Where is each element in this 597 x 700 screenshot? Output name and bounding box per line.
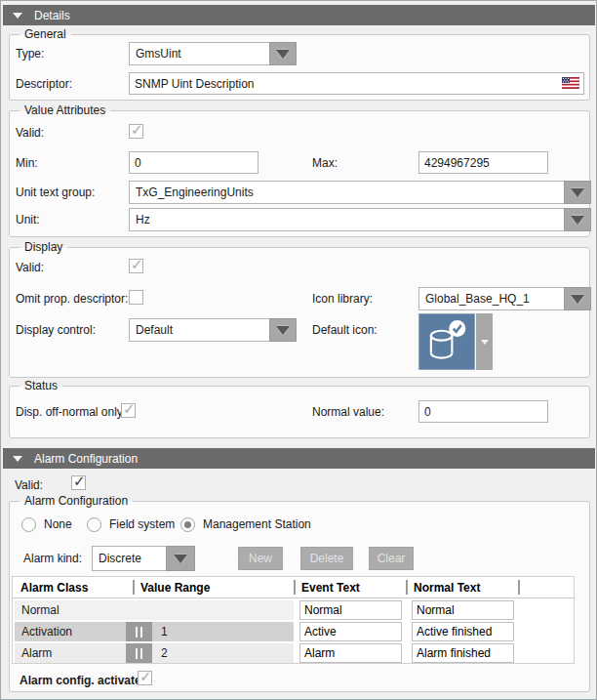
alarm-table: Alarm Class Value Range Event Text Norma…: [12, 576, 575, 664]
alarm-config-activated-checkbox[interactable]: [138, 671, 152, 685]
min-input[interactable]: [129, 151, 259, 174]
details-section-title: Details: [34, 9, 70, 22]
chevron-down-icon: [571, 216, 584, 225]
descriptor-fieldwrap: [129, 72, 584, 95]
icon-library-dropdown[interactable]: Global_Base_HQ_1: [418, 287, 591, 310]
alarm-configuration-section-title: Alarm Configuration: [34, 452, 138, 466]
column-separator[interactable]: [294, 580, 296, 595]
table-row-activation[interactable]: Activation 1: [13, 621, 574, 642]
type-dropdown-button[interactable]: [269, 42, 297, 65]
omit-prop-descriptor-checkbox[interactable]: [129, 290, 143, 305]
alarm-valid-label: Valid:: [15, 478, 43, 492]
alarm-valid-checkbox[interactable]: [71, 475, 86, 490]
display-group: Display Valid: Omit prop. descriptor: Ic…: [9, 247, 590, 378]
normal-text-input[interactable]: [412, 600, 514, 620]
value-range-button[interactable]: [126, 622, 152, 641]
collapse-triangle-icon: [13, 456, 22, 462]
details-panel: Details General Type: GmsUint Descriptor…: [0, 0, 597, 700]
event-text-input[interactable]: [299, 643, 402, 663]
value-attributes-legend: Value Attributes: [20, 103, 110, 117]
type-dropdown[interactable]: GmsUint: [129, 42, 297, 65]
chevron-down-icon: [481, 340, 489, 345]
alarm-kind-dropdown[interactable]: Discrete: [92, 546, 195, 571]
alarm-class-cell: Activation: [21, 625, 72, 638]
display-control-dropdown[interactable]: Default: [129, 318, 297, 342]
descriptor-label: Descriptor:: [16, 77, 72, 91]
unit-text-group-dropdown-button[interactable]: [564, 181, 591, 204]
unit-label: Unit:: [16, 213, 40, 226]
table-row-alarm[interactable]: Alarm 2: [13, 642, 574, 664]
column-header-normal-text: Normal Text: [414, 581, 480, 595]
table-row-normal[interactable]: Normal: [13, 599, 574, 621]
alarm-configuration-group: Alarm Configuration None Field system Ma…: [9, 501, 590, 692]
unit-text-group-dropdown[interactable]: TxG_EngineeringUnits: [129, 181, 591, 204]
display-control-dropdown-button[interactable]: [269, 318, 297, 342]
unit-dropdown-button[interactable]: [564, 208, 591, 231]
column-separator[interactable]: [518, 580, 520, 595]
column-header-value-range: Value Range: [140, 581, 210, 595]
general-group-legend: General: [20, 27, 71, 41]
max-label: Max:: [312, 156, 338, 170]
new-button[interactable]: New: [238, 547, 283, 570]
display-control-label: Display control:: [16, 323, 96, 337]
unit-text-group-label: Unit text group:: [16, 185, 95, 199]
database-check-icon: [421, 316, 472, 367]
alarm-class-cell: Normal: [21, 603, 60, 617]
details-section-header[interactable]: Details: [3, 5, 595, 25]
header-divider: [13, 597, 574, 598]
value-range-button[interactable]: [126, 643, 152, 663]
status-group: Status Disp. off-normal only: Normal val…: [9, 386, 590, 438]
unit-dropdown[interactable]: Hz: [129, 208, 591, 231]
column-separator[interactable]: [406, 580, 408, 595]
event-text-input[interactable]: [299, 622, 402, 641]
alarm-config-activated-label: Alarm config. activated:: [20, 674, 152, 687]
omit-prop-descriptor-label: Omit prop. descriptor:: [16, 292, 128, 306]
normal-value-input[interactable]: [418, 400, 548, 423]
normal-text-input[interactable]: [412, 643, 514, 663]
alarm-kind-dropdown-button[interactable]: [166, 546, 195, 571]
range-bars-icon: [136, 627, 138, 638]
column-separator[interactable]: [133, 580, 135, 595]
row-band[interactable]: [15, 643, 294, 663]
chevron-down-icon: [571, 188, 584, 197]
clear-button[interactable]: Clear: [369, 547, 414, 570]
value-attributes-group: Value Attributes Valid: Min: Max: Unit t…: [9, 110, 590, 237]
type-label: Type:: [16, 47, 44, 61]
column-header-event-text: Event Text: [301, 581, 360, 595]
delete-button[interactable]: Delete: [300, 547, 353, 570]
disp-off-normal-checkbox[interactable]: [121, 403, 136, 418]
radio-icon: [87, 517, 101, 532]
icon-library-value: Global_Base_HQ_1: [418, 287, 564, 310]
column-header-alarm-class: Alarm Class: [20, 581, 88, 595]
us-flag-icon: [562, 77, 579, 89]
normal-text-input[interactable]: [412, 622, 514, 641]
alarm-configuration-section-header[interactable]: Alarm Configuration: [3, 448, 595, 469]
type-dropdown-value: GmsUint: [129, 42, 269, 65]
disp-off-normal-label: Disp. off-normal only:: [16, 405, 126, 419]
descriptor-input[interactable]: [129, 72, 584, 95]
valid-checkbox[interactable]: [129, 124, 143, 139]
valid-label: Valid:: [16, 126, 44, 140]
alarm-class-cell: Alarm: [21, 646, 52, 660]
unit-text-group-value: TxG_EngineeringUnits: [129, 181, 564, 204]
general-group: General Type: GmsUint Descriptor:: [9, 34, 590, 101]
display-valid-checkbox[interactable]: [129, 259, 143, 273]
normal-value-label: Normal value:: [312, 405, 384, 419]
radio-selected-icon: [180, 517, 195, 532]
radio-icon: [21, 517, 36, 532]
unit-value: Hz: [129, 208, 564, 231]
chevron-down-icon: [276, 50, 290, 59]
value-range-cell: 1: [161, 625, 168, 638]
display-group-legend: Display: [20, 240, 67, 254]
icon-library-dropdown-button[interactable]: [564, 287, 591, 310]
radio-none[interactable]: None: [21, 516, 72, 532]
radio-management-station[interactable]: Management Station: [180, 516, 311, 532]
display-control-value: Default: [129, 318, 269, 342]
radio-field-system[interactable]: Field system: [87, 516, 175, 532]
event-text-input[interactable]: [299, 600, 402, 620]
default-icon-label: Default icon:: [312, 323, 378, 337]
default-icon-dropdown-button[interactable]: [476, 313, 493, 370]
max-input[interactable]: [418, 151, 548, 174]
default-icon-tile[interactable]: [418, 313, 475, 370]
value-range-cell: 2: [161, 646, 168, 660]
